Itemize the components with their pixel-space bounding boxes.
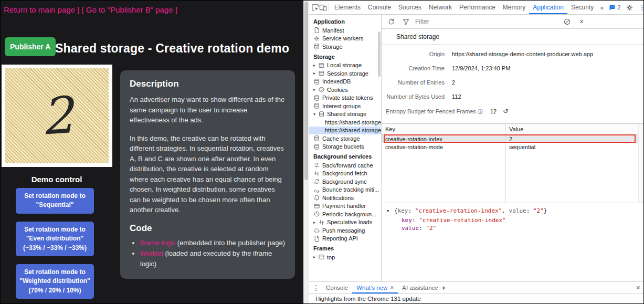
button-line: "Weighted distribution" bbox=[18, 277, 92, 286]
sidebar-item-label: Manifest bbox=[322, 27, 344, 34]
tab-application[interactable]: Application bbox=[529, 1, 567, 14]
clear-icon[interactable]: × bbox=[575, 17, 588, 26]
tab-memory[interactable]: Memory bbox=[499, 1, 529, 14]
chevron-right-icon[interactable]: ▸ bbox=[313, 255, 318, 259]
preview-key: key bbox=[398, 207, 408, 214]
refresh-icon[interactable] bbox=[385, 18, 397, 26]
button-line: Set rotation mode to bbox=[18, 268, 92, 277]
meta-label: Number of Entries bbox=[386, 79, 452, 86]
sidebar-item-periodic-background-sync[interactable]: Periodic backgroun... bbox=[309, 210, 381, 218]
sidebar-item-notifications[interactable]: Notifications bbox=[309, 194, 381, 202]
sidebar-item-shared-storage-origin-selected[interactable]: https://shared-storage... bbox=[309, 127, 381, 135]
tab-performance[interactable]: Performance bbox=[456, 1, 499, 14]
meta-value: 112 bbox=[452, 93, 461, 100]
device-toolbar-icon[interactable] bbox=[319, 1, 327, 14]
page-scrollbar-thumb[interactable] bbox=[304, 2, 308, 180]
sidebar-item-back-forward-cache[interactable]: Back/forward cache bbox=[309, 161, 381, 170]
sidebar-item-payment-handler[interactable]: Payment handler bbox=[309, 202, 381, 211]
set-even-distribution-button[interactable]: Set rotation mode to "Even distribution"… bbox=[16, 222, 94, 256]
drawer-close-icon[interactable]: × bbox=[636, 284, 640, 292]
close-icon[interactable]: × bbox=[390, 284, 394, 291]
devtools-menu-icon[interactable]: ⋮ bbox=[636, 3, 644, 12]
table-row-creative-rotation-index[interactable]: creative-rotation-index 2 bbox=[382, 135, 643, 143]
sidebar-item-service-workers[interactable]: Service workers bbox=[309, 35, 381, 43]
chevron-right-icon[interactable]: ▸ bbox=[313, 71, 318, 76]
sidebar-item-interest-groups[interactable]: Interest groups bbox=[309, 102, 381, 110]
tab-console[interactable]: Console bbox=[364, 1, 395, 14]
shared-storage-view: × Shared storage Origin https://shared-s… bbox=[382, 15, 643, 281]
table-scrollbar[interactable] bbox=[638, 124, 643, 203]
table-cell-key: creative-rotation-mode bbox=[382, 144, 505, 150]
meta-value: 2 bbox=[452, 79, 455, 86]
tab-elements[interactable]: Elements bbox=[331, 1, 364, 14]
tab-security[interactable]: Security bbox=[567, 1, 597, 14]
sidebar-item-background-fetch[interactable]: Background fetch bbox=[309, 170, 381, 178]
sidebar-item-manifest[interactable]: Manifest bbox=[309, 26, 381, 35]
sidebar-item-private-state-tokens[interactable]: Private state tokens bbox=[309, 94, 381, 102]
filter-input[interactable] bbox=[414, 17, 558, 26]
sidebar-item-label: Local storage bbox=[327, 62, 362, 68]
sidebar-scrollbar-thumb[interactable] bbox=[378, 32, 381, 77]
sidebar-item-cache-storage[interactable]: Cache storage bbox=[309, 134, 381, 143]
return-main-page-link[interactable]: Return to main page bbox=[4, 5, 75, 14]
database-icon bbox=[313, 102, 320, 109]
sidebar-item-frame-top[interactable]: ▸top bbox=[309, 253, 381, 261]
settings-gear-icon[interactable] bbox=[624, 4, 636, 12]
column-header-key[interactable]: Key bbox=[382, 126, 505, 132]
sidebar-item-session-storage[interactable]: ▸Session storage bbox=[309, 69, 381, 78]
inspect-element-icon[interactable] bbox=[311, 1, 319, 14]
page-scrollbar[interactable] bbox=[303, 1, 309, 303]
description-paragraph-1: An advertiser may want to show different… bbox=[130, 95, 286, 125]
block-icon[interactable] bbox=[561, 18, 573, 26]
sidebar-item-label: Storage buckets bbox=[322, 143, 364, 150]
iframe-logic-link[interactable]: Iframe logic bbox=[140, 239, 175, 247]
publisher-b-link[interactable]: Go to "Publisher B" page bbox=[86, 5, 173, 14]
worklet-link[interactable]: Worklet bbox=[140, 249, 163, 257]
drawer-menu-icon[interactable]: ⋮ bbox=[312, 284, 320, 292]
sidebar-item-storage-buckets[interactable]: Storage buckets bbox=[309, 143, 381, 151]
chevron-down-icon[interactable]: ▾ bbox=[387, 208, 394, 213]
info-icon[interactable]: ⓘ bbox=[478, 109, 483, 114]
comma: , bbox=[502, 207, 509, 214]
column-divider[interactable] bbox=[505, 124, 506, 203]
tab-whats-new[interactable]: What's new × bbox=[352, 282, 398, 293]
sidebar-item-label: Speculative loads bbox=[327, 219, 372, 225]
issues-badge[interactable]: 2 bbox=[606, 4, 623, 11]
column-header-value[interactable]: Value bbox=[505, 126, 523, 132]
sidebar-item-background-sync[interactable]: Background sync bbox=[309, 177, 381, 186]
tab-sources[interactable]: Sources bbox=[395, 1, 425, 14]
chevron-right-icon[interactable]: ▸ bbox=[313, 63, 318, 68]
colon: : bbox=[408, 207, 415, 214]
shared-storage-toolbar: × bbox=[382, 15, 643, 29]
sidebar-item-shared-storage[interactable]: ▾Shared storage bbox=[309, 110, 381, 119]
sidebar-item-label: Push messaging bbox=[322, 227, 365, 234]
sidebar-item-shared-storage-origin[interactable]: https://shared-storage... bbox=[309, 118, 381, 127]
tabbar-right-controls: 2 ⋮ × bbox=[606, 1, 644, 14]
table-row-creative-rotation-mode[interactable]: creative-rotation-mode sequential bbox=[382, 143, 643, 151]
meta-row-number-of-entries: Number of Entries 2 bbox=[386, 79, 643, 86]
sidebar-item-reporting-api[interactable]: Reporting API bbox=[309, 235, 381, 243]
clock-icon bbox=[313, 211, 320, 217]
set-weighted-distribution-button[interactable]: Set rotation mode to "Weighted distribut… bbox=[16, 264, 94, 299]
sidebar-item-indexeddb[interactable]: IndexedDB bbox=[309, 78, 381, 86]
chevron-down-icon[interactable]: ▾ bbox=[313, 112, 318, 117]
meta-value: 12/9/2024, 1:23:40 PM bbox=[452, 65, 510, 71]
chevron-right-icon[interactable]: ▸ bbox=[313, 220, 318, 225]
sidebar-item-push-messaging[interactable]: Push messaging bbox=[309, 226, 381, 235]
sidebar-item-cookies[interactable]: ▸Cookies bbox=[309, 86, 381, 94]
tab-network[interactable]: Network bbox=[425, 1, 456, 14]
sidebar-item-local-storage[interactable]: ▸Local storage bbox=[309, 61, 381, 70]
sidebar-section-storage: Storage bbox=[309, 51, 381, 61]
screenshot-root: Return to main page ] [ Go to "Publisher… bbox=[0, 0, 644, 304]
sidebar-item-speculative-loads[interactable]: ▸Speculative loads bbox=[309, 218, 381, 227]
tab-ai-assistance[interactable]: AI assistance bbox=[398, 282, 450, 293]
reset-budget-icon[interactable]: ↺ bbox=[503, 108, 508, 115]
more-tabs-button[interactable]: » bbox=[597, 1, 606, 14]
chevron-right-icon[interactable]: ▸ bbox=[313, 87, 318, 92]
set-sequential-button[interactable]: Set rotation mode to "Sequential" bbox=[16, 188, 94, 214]
sidebar-item-label: Background sync bbox=[322, 179, 366, 185]
sidebar-item-storage[interactable]: Storage bbox=[309, 43, 381, 51]
sidebar-item-bounce-tracking[interactable]: Bounce tracking miti... bbox=[309, 186, 381, 194]
sidebar-item-label: Reporting API bbox=[322, 235, 358, 242]
tab-console-drawer[interactable]: Console bbox=[322, 282, 352, 293]
